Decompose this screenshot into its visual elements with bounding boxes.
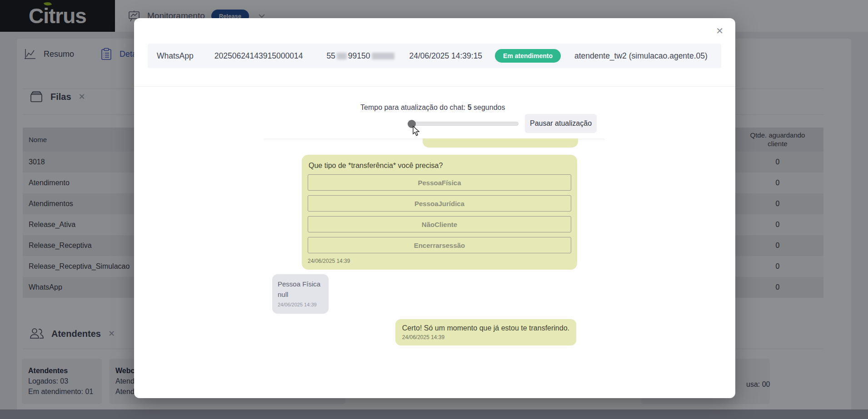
phone-number: 55 99150 [326,51,395,61]
quick-reply-button[interactable]: PessoaFísica [308,174,571,191]
chat-info-bar: WhatsApp 20250624143915000014 55 99150 2… [148,44,721,68]
message-text: Que tipo de *transferência* você precisa… [309,162,571,170]
mouse-cursor [413,126,420,137]
close-icon[interactable]: ✕ [716,25,723,36]
chat-bubble-partial [423,138,578,148]
chat-message-list[interactable]: Que tipo de *transferência* você precisa… [264,138,604,378]
refresh-label-prefix: Tempo para atualização do chat: [360,104,468,111]
protocol-number: 20250624143915000014 [215,51,303,61]
quick-reply-button[interactable]: Encerrarsessão [308,237,571,253]
refresh-label-suffix: segundos [472,104,505,111]
message-timestamp: 24/06/2025 14:39 [402,334,569,340]
chat-modal: ✕ WhatsApp 20250624143915000014 55 99150… [134,18,735,398]
phone-mid: 99150 [348,51,370,61]
quick-reply-button[interactable]: NãoCliente [308,216,571,232]
chat-bubble-question: Que tipo de *transferência* você precisa… [302,155,577,270]
message-text: null [278,290,323,300]
chat-bubble-agent: Certo! Só um momento que já estou te tra… [395,319,576,345]
pause-refresh-button[interactable]: Pausar atualização [525,114,597,133]
channel-label: WhatsApp [157,51,194,61]
message-timestamp: 24/06/2025 14:39 [278,301,323,309]
start-datetime: 24/06/2025 14:39:15 [409,51,483,61]
divider [134,86,735,87]
refresh-seconds-value: 5 [468,104,472,111]
message-text: Pessoa Física [278,279,323,290]
quick-reply-button[interactable]: PessoaJurídica [308,195,571,212]
refresh-interval-slider[interactable] [408,122,519,126]
refresh-interval-label: Tempo para atualização do chat: 5 segund… [360,104,505,112]
chat-bubble-user: Pessoa Física null 24/06/2025 14:39 [272,274,329,314]
app-root: Citrus Monitoramento Release Resu [0,0,868,419]
phone-redacted-segment [372,53,394,59]
status-badge: Em atendimento [495,49,561,63]
phone-cc: 55 [326,51,335,61]
phone-redacted-segment [337,53,347,59]
message-timestamp: 24/06/2025 14:39 [308,258,571,264]
message-text: Certo! Só um momento que já estou te tra… [402,324,569,332]
agent-name: atendente_tw2 (simulacao.agente.05) [574,51,708,61]
